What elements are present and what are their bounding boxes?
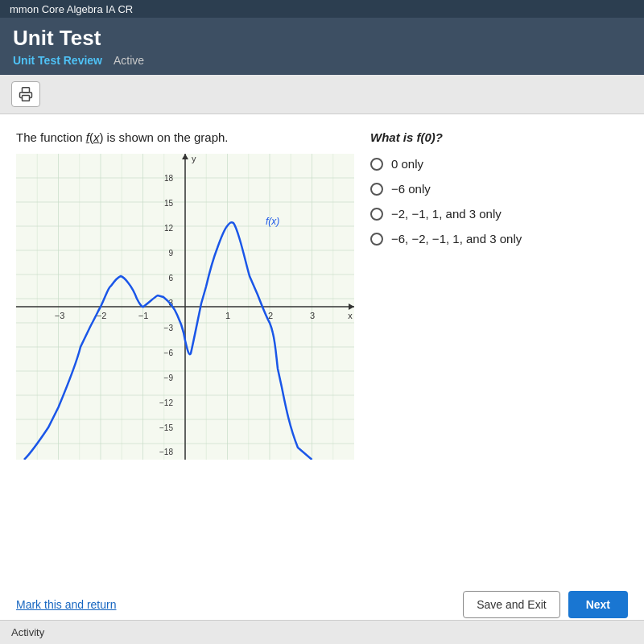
graph-section: The function f(x) is shown on the graph. <box>16 130 354 597</box>
mark-return-link[interactable]: Mark this and return <box>16 598 117 611</box>
svg-rect-0 <box>23 88 30 93</box>
active-badge: Active <box>114 54 144 67</box>
svg-text:−18: −18 <box>159 448 173 456</box>
svg-text:y: y <box>192 154 196 163</box>
header-section: Unit Test Unit Test Review Active <box>0 18 644 75</box>
option-4-label: −6, −2, −1, 1, and 3 only <box>391 232 522 246</box>
bottom-bar: Activity <box>0 620 644 644</box>
radio-1[interactable] <box>370 158 383 171</box>
what-is-question: What is f(0)? <box>370 130 628 144</box>
answer-option-2[interactable]: −6 only <box>370 182 628 196</box>
radio-3[interactable] <box>370 208 383 221</box>
svg-text:−3: −3 <box>164 324 174 332</box>
svg-text:−1: −1 <box>138 311 149 320</box>
radio-2[interactable] <box>370 183 383 196</box>
subtitle-row: Unit Test Review Active <box>13 54 631 75</box>
top-bar-label: mmon Core Algebra IA CR <box>10 3 133 15</box>
answer-option-1[interactable]: 0 only <box>370 157 628 171</box>
top-bar: mmon Core Algebra IA CR <box>0 0 644 18</box>
radio-4[interactable] <box>370 233 383 246</box>
option-1-label: 0 only <box>391 157 423 171</box>
function-graph: −3 −2 −1 1 2 3 x 18 15 12 9 6 3 −3 <box>16 154 354 460</box>
svg-text:18: 18 <box>164 174 174 183</box>
page-title: Unit Test <box>13 26 631 54</box>
svg-text:1: 1 <box>225 311 230 320</box>
graph-container: −3 −2 −1 1 2 3 x 18 15 12 9 6 3 −3 <box>16 154 354 460</box>
svg-text:−15: −15 <box>159 423 173 432</box>
toolbar <box>0 75 644 114</box>
footer-buttons: Save and Exit Next <box>463 591 628 618</box>
question-area: The function f(x) is shown on the graph. <box>16 130 628 597</box>
option-2-label: −6 only <box>391 182 431 196</box>
svg-text:−9: −9 <box>164 374 174 382</box>
svg-text:−3: −3 <box>55 311 65 320</box>
curve-label: f(x) <box>266 216 279 227</box>
svg-text:15: 15 <box>164 199 174 208</box>
option-3-label: −2, −1, 1, and 3 only <box>391 207 502 221</box>
answers-section: What is f(0)? 0 only −6 only −2, −1, 1, … <box>370 130 628 597</box>
main-content: The function f(x) is shown on the graph. <box>0 114 644 597</box>
save-exit-button[interactable]: Save and Exit <box>463 591 559 618</box>
svg-text:12: 12 <box>164 224 174 233</box>
svg-text:x: x <box>348 311 353 320</box>
print-icon <box>19 87 33 101</box>
footer: Mark this and return Save and Exit Next <box>0 591 644 618</box>
print-button[interactable] <box>11 81 40 107</box>
svg-text:−6: −6 <box>164 349 174 357</box>
next-button[interactable]: Next <box>568 591 628 618</box>
svg-rect-1 <box>23 96 30 101</box>
svg-text:−12: −12 <box>159 398 173 407</box>
svg-text:6: 6 <box>168 274 173 283</box>
subtitle-link[interactable]: Unit Test Review <box>13 54 102 67</box>
answer-option-3[interactable]: −2, −1, 1, and 3 only <box>370 207 628 221</box>
svg-text:3: 3 <box>310 311 315 320</box>
question-text: The function f(x) is shown on the graph. <box>16 130 354 144</box>
answer-option-4[interactable]: −6, −2, −1, 1, and 3 only <box>370 232 628 246</box>
bottom-bar-label: Activity <box>11 626 44 638</box>
svg-text:9: 9 <box>168 249 173 258</box>
